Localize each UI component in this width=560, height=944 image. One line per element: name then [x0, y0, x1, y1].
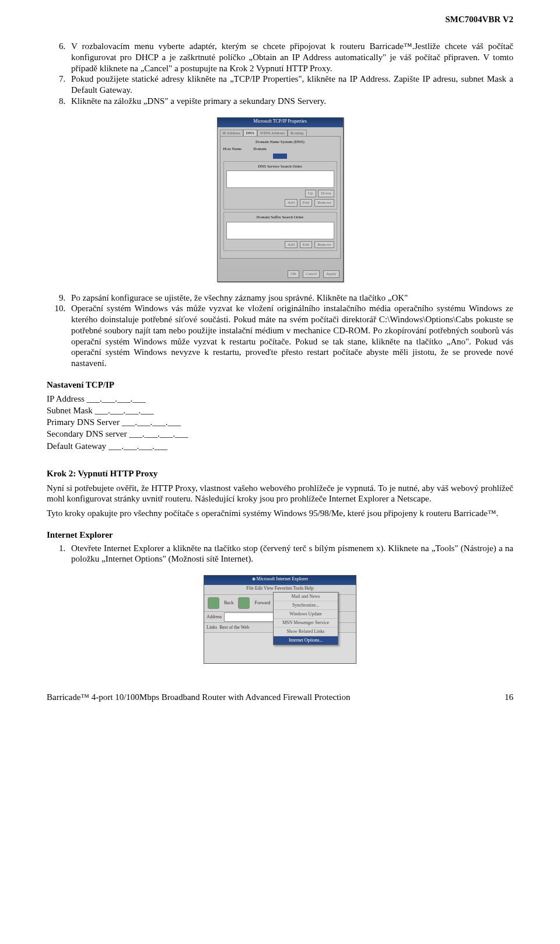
step-9: Po zapsání konfigurace se ujistěte, že v…	[68, 292, 513, 304]
button-remove[interactable]: Remove	[314, 199, 334, 207]
button-edit-2[interactable]: Edit	[300, 241, 313, 249]
button-up[interactable]: Up	[305, 190, 316, 197]
tcp-settings-heading: Nastavení TCP/IP	[47, 379, 513, 391]
group-title: DNS Service Search Order	[226, 164, 334, 169]
menu-windows-update[interactable]: Windows Update	[274, 610, 338, 619]
links-label: Links	[206, 625, 217, 631]
ie-heading: Internet Explorer	[47, 530, 513, 541]
menu-show-related[interactable]: Show Related Links	[274, 628, 338, 636]
menu-internet-options[interactable]: Internet Options...	[274, 636, 338, 645]
page-number: 16	[505, 692, 513, 703]
step-6: V rozbalovacím menu vyberte adaptér, kte…	[68, 41, 513, 74]
dns-group-label: Domain Name System (DNS)	[223, 140, 337, 145]
footer-text: Barricade™ 4-port 10/100Mbps Broadband R…	[47, 692, 350, 703]
menu-synchronize[interactable]: Synchronize...	[274, 601, 338, 610]
button-add-2[interactable]: Add	[285, 241, 298, 249]
tcp-properties-dialog: Microsoft TCP/IP Properties IP Address D…	[217, 117, 344, 282]
step-8: Klikněte na záložku „DNS" a vepište prim…	[68, 96, 513, 107]
dialog-pane: Domain Name System (DNS) Host Name Domai…	[220, 136, 341, 259]
figure-browser: ◈ Microsoft Internet Explorer File Edit …	[47, 575, 513, 664]
forward-icon[interactable]	[238, 597, 250, 609]
button-down[interactable]: Down	[318, 190, 334, 197]
suffix-list[interactable]	[226, 222, 334, 239]
back-icon[interactable]	[208, 597, 219, 609]
step-7: Pokud použijete statické adresy klikněte…	[68, 74, 513, 96]
button-remove-2[interactable]: Remove	[314, 241, 334, 249]
figure-tcp-dialog: Microsoft TCP/IP Properties IP Address D…	[47, 117, 513, 282]
tab-dns[interactable]: DNS	[243, 130, 257, 137]
step2-heading: Krok 2: Vypnutí HTTP Proxy	[47, 468, 513, 479]
tcp-primary-dns: Primary DNS Server ___.___.___.___	[47, 416, 513, 428]
group-title-suffix: Domain Suffix Search Order	[226, 215, 334, 220]
dialog-tabs: IP Address DNS WINS Address Routing	[220, 130, 341, 137]
menu-mail-news[interactable]: Mail and News	[274, 593, 338, 601]
tools-menu-popup: Mail and News Synchronize... Windows Upd…	[273, 592, 338, 645]
ie-window: ◈ Microsoft Internet Explorer File Edit …	[204, 575, 356, 664]
step2-paragraph-1: Nyní si potřebujete ověřit, že HTTP Prox…	[47, 483, 513, 505]
ie-logo-icon: ◈	[252, 576, 256, 581]
instruction-list-a: V rozbalovacím menu vyberte adaptér, kte…	[47, 41, 513, 107]
tcp-default-gateway: Default Gateway ___.___.___.___	[47, 440, 513, 452]
apply-button[interactable]: Apply	[323, 270, 340, 278]
hostname-value[interactable]	[273, 154, 286, 159]
button-edit[interactable]: Edit	[300, 199, 313, 207]
dialog-titlebar: Microsoft TCP/IP Properties	[218, 118, 343, 127]
ie-title-text: Microsoft Internet Explorer	[257, 576, 308, 581]
best-of-web-link[interactable]: Best of the Web	[219, 625, 249, 631]
domain-label: Domain	[253, 147, 267, 152]
cancel-button[interactable]: Cancel	[303, 270, 320, 278]
ok-button[interactable]: OK	[288, 270, 299, 278]
step-10: Operační systém Windows vás může vyzvat …	[68, 303, 513, 369]
instruction-list-b: Po zapsání konfigurace se ujistěte, že v…	[47, 292, 513, 369]
header-doc-id: SMC7004VBR V2	[445, 14, 513, 25]
menu-msn-messenger[interactable]: MSN Messenger Service	[274, 619, 338, 628]
tab-ip-address[interactable]: IP Address	[220, 130, 243, 137]
page-footer: Barricade™ 4-port 10/100Mbps Broadband R…	[47, 692, 513, 703]
domain-suffix-group: Domain Suffix Search Order Add Edit Remo…	[223, 212, 337, 252]
ie-list: Otevřete Internet Explorer a klikněte na…	[47, 543, 513, 565]
tab-wins[interactable]: WINS Address	[257, 130, 288, 137]
dns-list[interactable]	[226, 170, 334, 188]
tcp-subnet-mask: Subnet Mask ___.___.___.___	[47, 405, 513, 416]
ie-titlebar: ◈ Microsoft Internet Explorer	[204, 576, 356, 585]
address-label: Address	[206, 614, 222, 620]
button-add[interactable]: Add	[285, 199, 298, 207]
forward-label: Forward	[254, 600, 270, 606]
tcp-settings-block: IP Address ___.___.___.___ Subnet Mask _…	[47, 393, 513, 452]
tab-routing[interactable]: Routing	[288, 130, 307, 137]
ie-step-1: Otevřete Internet Explorer a klikněte na…	[68, 543, 513, 565]
hostname-label: Host Name	[223, 147, 242, 152]
tcp-ip-address: IP Address ___.___.___.___	[47, 393, 513, 405]
back-label: Back	[224, 600, 233, 606]
step2-paragraph-2: Tyto kroky opakujte pro všechny počítače…	[47, 508, 513, 519]
tcp-secondary-dns: Secondary DNS server ___.___.___.___	[47, 428, 513, 440]
dns-search-order-group: DNS Service Search Order Up Down Add Edi…	[223, 161, 337, 210]
dialog-bottom-buttons: OK Cancel Apply	[286, 267, 340, 278]
